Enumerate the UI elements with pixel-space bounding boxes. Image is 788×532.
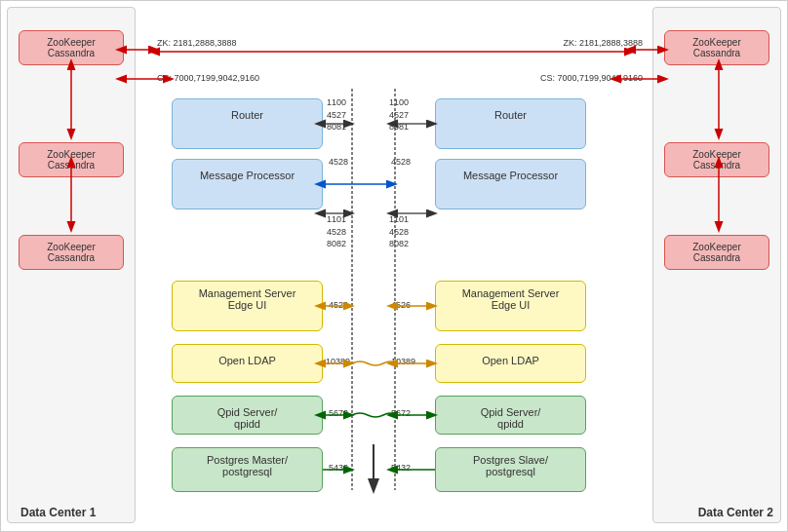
mp-left: Message Processor [172, 159, 323, 209]
main-diagram: Data Center 1 Data Center 2 ZooKeeper Ca… [0, 0, 788, 532]
zk-port-left: ZK: 2181,2888,3888 [157, 38, 237, 50]
cs-port-right: CS: 7000,7199,9042,9160 [487, 73, 643, 85]
qpid-right: Qpid Server/ qpidd [435, 396, 586, 435]
mp-port-top-left: 4528 [329, 157, 348, 169]
router-port-left: 110045278081 [327, 96, 346, 133]
ldap-right: Open LDAP [435, 344, 586, 383]
mp-port-bottom-right: 110145288082 [389, 213, 409, 250]
ldap-port-left: 10389 [326, 357, 350, 368]
pg-port-right: 5432 [391, 463, 411, 475]
qpid-port-right: 5672 [391, 408, 411, 420]
ms-left: Management Server Edge UI [172, 281, 323, 331]
zk-right-1: ZooKeeper Cassandra [664, 30, 769, 65]
dc-right-label: Data Center 2 [698, 506, 773, 519]
dc-left-label: Data Center 1 [20, 506, 96, 519]
zk-right-3: ZooKeeper Cassandra [664, 235, 769, 270]
pg-right: Postgres Slave/ postgresql [435, 447, 586, 492]
ms-port-left: 4526 [329, 300, 348, 312]
pg-port-left: 5432 [329, 463, 348, 475]
zk-left-1: ZooKeeper Cassandra [19, 30, 124, 65]
zk-left-2: ZooKeeper Cassandra [19, 142, 124, 177]
ldap-port-right: 10389 [391, 357, 415, 368]
cs-port-left: CS: 7000,7199,9042,9160 [157, 73, 259, 85]
qpid-port-left: 5672 [329, 408, 348, 420]
router-right: Router [435, 98, 586, 149]
zk-left-3: ZooKeeper Cassandra [19, 235, 124, 270]
router-left: Router [172, 98, 323, 149]
mp-right: Message Processor [435, 159, 586, 209]
pg-left: Postgres Master/ postgresql [172, 447, 323, 492]
zk-right-2: ZooKeeper Cassandra [664, 142, 769, 177]
qpid-left: Qpid Server/ qpidd [172, 396, 323, 435]
ms-port-right: 4526 [391, 300, 411, 312]
zk-port-right: ZK: 2181,2888,3888 [516, 38, 643, 50]
ms-right: Management Server Edge UI [435, 281, 586, 331]
mp-port-top-right: 4528 [391, 157, 411, 169]
ldap-left: Open LDAP [172, 344, 323, 383]
router-port-right: 110045278081 [389, 96, 409, 133]
mp-port-bottom-left: 110145288082 [327, 213, 346, 250]
